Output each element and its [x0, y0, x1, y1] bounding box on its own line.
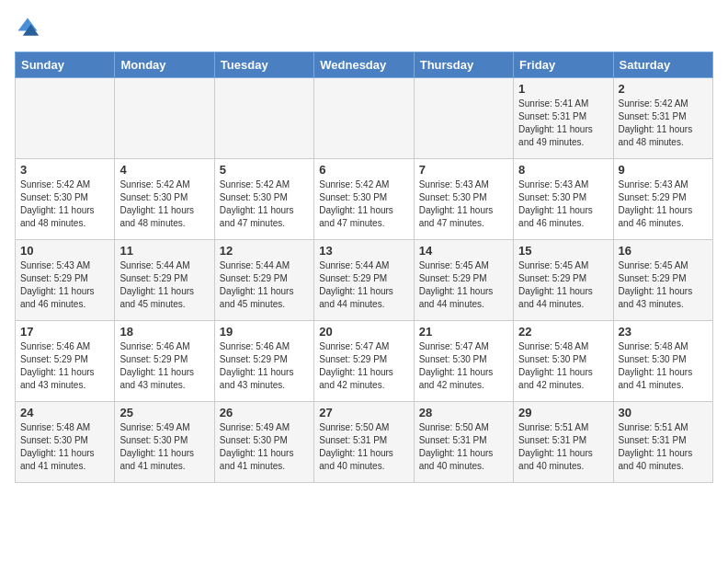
day-info: Sunrise: 5:51 AM Sunset: 5:31 PM Dayligh…: [619, 421, 708, 473]
day-cell: [314, 78, 414, 159]
day-info: Sunrise: 5:48 AM Sunset: 5:30 PM Dayligh…: [20, 421, 109, 473]
day-info: Sunrise: 5:42 AM Sunset: 5:30 PM Dayligh…: [119, 178, 209, 230]
day-number: 19: [220, 325, 309, 339]
day-info: Sunrise: 5:43 AM Sunset: 5:30 PM Dayligh…: [419, 178, 508, 230]
day-info: Sunrise: 5:49 AM Sunset: 5:30 PM Dayligh…: [119, 421, 209, 473]
day-number: 9: [619, 163, 708, 177]
day-cell: [115, 78, 214, 159]
day-cell: [214, 78, 313, 159]
day-info: Sunrise: 5:43 AM Sunset: 5:29 PM Dayligh…: [20, 259, 109, 311]
day-number: 22: [518, 325, 608, 339]
day-number: 13: [319, 244, 408, 258]
calendar-body: 1Sunrise: 5:41 AM Sunset: 5:31 PM Daylig…: [16, 78, 713, 483]
day-info: Sunrise: 5:42 AM Sunset: 5:31 PM Dayligh…: [619, 98, 708, 149]
day-cell: 16Sunrise: 5:45 AM Sunset: 5:29 PM Dayli…: [613, 240, 712, 321]
day-number: 12: [220, 244, 309, 258]
day-cell: 12Sunrise: 5:44 AM Sunset: 5:29 PM Dayli…: [214, 240, 313, 321]
day-cell: 20Sunrise: 5:47 AM Sunset: 5:29 PM Dayli…: [314, 321, 414, 402]
day-cell: [414, 78, 513, 159]
day-info: Sunrise: 5:46 AM Sunset: 5:29 PM Dayligh…: [119, 340, 209, 392]
day-cell: 27Sunrise: 5:50 AM Sunset: 5:31 PM Dayli…: [314, 402, 414, 483]
header: [15, 15, 713, 40]
header-cell-saturday: Saturday: [613, 52, 712, 78]
day-number: 2: [619, 82, 708, 96]
day-cell: 7Sunrise: 5:43 AM Sunset: 5:30 PM Daylig…: [414, 159, 513, 240]
day-cell: 24Sunrise: 5:48 AM Sunset: 5:30 PM Dayli…: [16, 402, 115, 483]
day-cell: 29Sunrise: 5:51 AM Sunset: 5:31 PM Dayli…: [514, 402, 613, 483]
day-info: Sunrise: 5:41 AM Sunset: 5:31 PM Dayligh…: [518, 98, 608, 149]
day-cell: 11Sunrise: 5:44 AM Sunset: 5:29 PM Dayli…: [115, 240, 214, 321]
day-number: 29: [518, 406, 608, 419]
day-info: Sunrise: 5:47 AM Sunset: 5:30 PM Dayligh…: [419, 340, 508, 392]
day-info: Sunrise: 5:45 AM Sunset: 5:29 PM Dayligh…: [619, 259, 708, 311]
header-cell-monday: Monday: [115, 52, 214, 78]
logo-icon: [15, 15, 40, 40]
week-row-3: 10Sunrise: 5:43 AM Sunset: 5:29 PM Dayli…: [16, 240, 713, 321]
day-cell: 26Sunrise: 5:49 AM Sunset: 5:30 PM Dayli…: [214, 402, 313, 483]
day-cell: 18Sunrise: 5:46 AM Sunset: 5:29 PM Dayli…: [115, 321, 214, 402]
day-cell: 15Sunrise: 5:45 AM Sunset: 5:29 PM Dayli…: [514, 240, 613, 321]
day-number: 11: [119, 244, 209, 258]
day-number: 3: [20, 163, 109, 177]
day-cell: 19Sunrise: 5:46 AM Sunset: 5:29 PM Dayli…: [214, 321, 313, 402]
day-cell: 23Sunrise: 5:48 AM Sunset: 5:30 PM Dayli…: [613, 321, 712, 402]
day-info: Sunrise: 5:44 AM Sunset: 5:29 PM Dayligh…: [319, 259, 408, 311]
day-info: Sunrise: 5:44 AM Sunset: 5:29 PM Dayligh…: [220, 259, 309, 311]
day-cell: 8Sunrise: 5:43 AM Sunset: 5:30 PM Daylig…: [514, 159, 613, 240]
day-info: Sunrise: 5:50 AM Sunset: 5:31 PM Dayligh…: [319, 421, 408, 473]
week-row-2: 3Sunrise: 5:42 AM Sunset: 5:30 PM Daylig…: [16, 159, 713, 240]
day-number: 21: [419, 325, 508, 339]
day-cell: 1Sunrise: 5:41 AM Sunset: 5:31 PM Daylig…: [514, 78, 613, 159]
day-info: Sunrise: 5:47 AM Sunset: 5:29 PM Dayligh…: [319, 340, 408, 392]
day-info: Sunrise: 5:42 AM Sunset: 5:30 PM Dayligh…: [319, 178, 408, 230]
day-number: 20: [319, 325, 408, 339]
day-number: 10: [20, 244, 109, 258]
day-info: Sunrise: 5:46 AM Sunset: 5:29 PM Dayligh…: [20, 340, 109, 392]
header-cell-wednesday: Wednesday: [314, 52, 414, 78]
day-cell: 13Sunrise: 5:44 AM Sunset: 5:29 PM Dayli…: [314, 240, 414, 321]
header-cell-sunday: Sunday: [16, 52, 115, 78]
week-row-1: 1Sunrise: 5:41 AM Sunset: 5:31 PM Daylig…: [16, 78, 713, 159]
day-cell: 25Sunrise: 5:49 AM Sunset: 5:30 PM Dayli…: [115, 402, 214, 483]
day-cell: 28Sunrise: 5:50 AM Sunset: 5:31 PM Dayli…: [414, 402, 513, 483]
day-info: Sunrise: 5:48 AM Sunset: 5:30 PM Dayligh…: [518, 340, 608, 392]
day-number: 24: [20, 406, 109, 419]
day-info: Sunrise: 5:50 AM Sunset: 5:31 PM Dayligh…: [419, 421, 508, 473]
day-number: 4: [119, 163, 209, 177]
day-cell: 4Sunrise: 5:42 AM Sunset: 5:30 PM Daylig…: [115, 159, 214, 240]
day-cell: 22Sunrise: 5:48 AM Sunset: 5:30 PM Dayli…: [514, 321, 613, 402]
day-info: Sunrise: 5:45 AM Sunset: 5:29 PM Dayligh…: [518, 259, 608, 311]
day-info: Sunrise: 5:44 AM Sunset: 5:29 PM Dayligh…: [119, 259, 209, 311]
day-number: 26: [220, 406, 309, 419]
header-cell-friday: Friday: [514, 52, 613, 78]
day-info: Sunrise: 5:43 AM Sunset: 5:29 PM Dayligh…: [619, 178, 708, 230]
day-info: Sunrise: 5:42 AM Sunset: 5:30 PM Dayligh…: [220, 178, 309, 230]
day-number: 30: [619, 406, 708, 419]
calendar-header: SundayMondayTuesdayWednesdayThursdayFrid…: [16, 52, 713, 78]
day-info: Sunrise: 5:49 AM Sunset: 5:30 PM Dayligh…: [220, 421, 309, 473]
day-number: 5: [220, 163, 309, 177]
day-cell: 2Sunrise: 5:42 AM Sunset: 5:31 PM Daylig…: [613, 78, 712, 159]
day-number: 14: [419, 244, 508, 258]
day-cell: 3Sunrise: 5:42 AM Sunset: 5:30 PM Daylig…: [16, 159, 115, 240]
week-row-4: 17Sunrise: 5:46 AM Sunset: 5:29 PM Dayli…: [16, 321, 713, 402]
day-info: Sunrise: 5:46 AM Sunset: 5:29 PM Dayligh…: [220, 340, 309, 392]
header-row: SundayMondayTuesdayWednesdayThursdayFrid…: [16, 52, 713, 78]
week-row-5: 24Sunrise: 5:48 AM Sunset: 5:30 PM Dayli…: [16, 402, 713, 483]
day-info: Sunrise: 5:42 AM Sunset: 5:30 PM Dayligh…: [20, 178, 109, 230]
day-number: 8: [518, 163, 608, 177]
day-number: 1: [518, 82, 608, 96]
day-number: 15: [518, 244, 608, 258]
day-number: 17: [20, 325, 109, 339]
day-cell: 17Sunrise: 5:46 AM Sunset: 5:29 PM Dayli…: [16, 321, 115, 402]
day-number: 6: [319, 163, 408, 177]
day-cell: 10Sunrise: 5:43 AM Sunset: 5:29 PM Dayli…: [16, 240, 115, 321]
day-cell: 14Sunrise: 5:45 AM Sunset: 5:29 PM Dayli…: [414, 240, 513, 321]
day-cell: 6Sunrise: 5:42 AM Sunset: 5:30 PM Daylig…: [314, 159, 414, 240]
day-number: 28: [419, 406, 508, 419]
day-cell: 30Sunrise: 5:51 AM Sunset: 5:31 PM Dayli…: [613, 402, 712, 483]
day-info: Sunrise: 5:51 AM Sunset: 5:31 PM Dayligh…: [518, 421, 608, 473]
day-number: 23: [619, 325, 708, 339]
day-number: 16: [619, 244, 708, 258]
day-cell: [16, 78, 115, 159]
